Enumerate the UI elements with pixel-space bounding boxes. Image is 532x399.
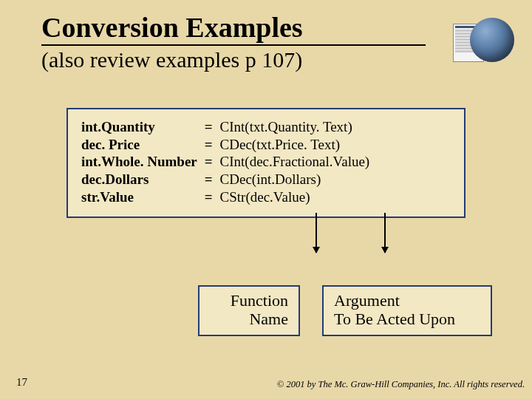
code-eq: = <box>205 153 220 171</box>
code-table: int.Quantity = CInt(txt.Quantity. Text) … <box>81 118 377 206</box>
code-rhs: CInt(dec.Fractional.Value) <box>220 153 378 171</box>
code-row: dec.Dollars = CDec(int.Dollars) <box>81 171 377 188</box>
code-eq: = <box>205 136 220 154</box>
code-row: int.Whole. Number = CInt(dec.Fractional.… <box>81 153 377 171</box>
code-row: int.Quantity = CInt(txt.Quantity. Text) <box>81 118 377 136</box>
slide-subtitle: (also review examples p 107) <box>41 47 502 72</box>
label-line: Function <box>210 291 288 310</box>
code-lhs: str.Value <box>81 188 205 206</box>
slide-title: Conversion Examples <box>41 13 426 46</box>
code-lhs: int.Quantity <box>81 118 205 136</box>
page-number: 17 <box>16 376 27 389</box>
arrow-icon <box>316 213 317 253</box>
code-eq: = <box>205 118 220 136</box>
callout-labels: Function Name Argument To Be Acted Upon <box>66 285 492 336</box>
label-line: Argument <box>334 291 480 310</box>
label-line: Name <box>210 310 288 328</box>
argument-label: Argument To Be Acted Upon <box>322 285 492 336</box>
code-lhs: int.Whole. Number <box>81 153 205 171</box>
code-lhs: dec. Price <box>81 136 205 154</box>
code-row: str.Value = CStr(dec.Value) <box>81 188 377 206</box>
code-eq: = <box>205 171 220 188</box>
code-lhs: dec.Dollars <box>81 171 205 188</box>
code-rhs: CInt(txt.Quantity. Text) <box>220 118 378 136</box>
code-rhs: CStr(dec.Value) <box>220 188 378 206</box>
code-row: dec. Price = CDec(txt.Price. Text) <box>81 136 377 154</box>
code-rhs: CDec(txt.Price. Text) <box>220 136 378 154</box>
copyright-text: © 2001 by The Mc. Graw-Hill Companies, I… <box>277 379 525 390</box>
decorative-globe-graphic <box>453 15 516 70</box>
label-line: To Be Acted Upon <box>334 310 480 328</box>
code-example-box: int.Quantity = CInt(txt.Quantity. Text) … <box>66 108 466 218</box>
code-rhs: CDec(int.Dollars) <box>220 171 378 188</box>
function-name-label: Function Name <box>198 285 300 336</box>
arrow-icon <box>384 213 386 253</box>
code-eq: = <box>205 188 220 206</box>
